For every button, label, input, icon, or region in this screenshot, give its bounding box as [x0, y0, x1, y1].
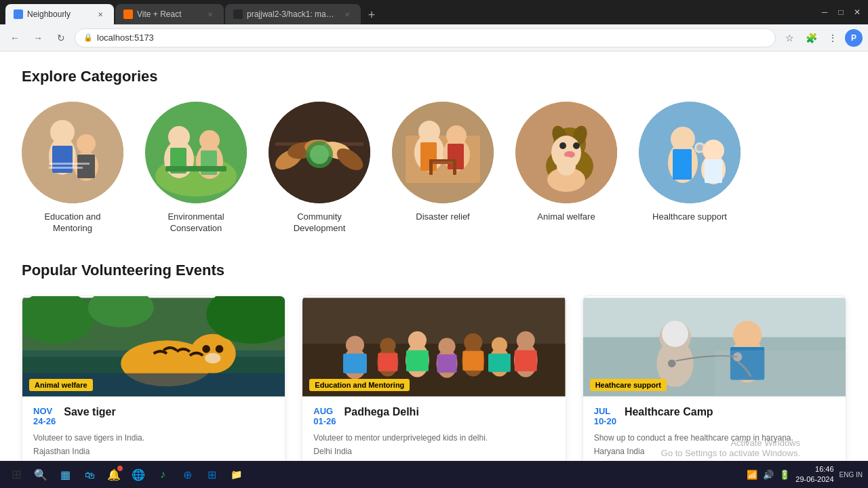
svg-rect-53	[673, 149, 692, 180]
address-url: localhost:5173	[97, 33, 154, 43]
event-date-title-education: AUG 01-26 Padhega Delhi	[313, 406, 554, 426]
toolbar-actions: ☆ 🧩 ⋮ P	[780, 28, 863, 47]
taskbar-volume-icon[interactable]: 🔊	[763, 470, 774, 480]
event-image-healthcare-camp: Heathcare support	[583, 296, 846, 398]
svg-rect-89	[406, 350, 429, 371]
category-image-disaster	[392, 102, 494, 203]
browser-toolbar: ← → ↻ 🔒 localhost:5173 ☆ 🧩 ⋮ P	[0, 24, 868, 52]
category-community[interactable]: Community Development	[269, 102, 370, 235]
category-image-animal	[515, 102, 617, 203]
taskbar: ⊞ 🔍 ▦ 🛍 🔔 🌐 ♪ ⊕ ⊞ 📁 📶 🔊 🔋 16:46 29-06-20…	[0, 461, 868, 488]
svg-point-49	[557, 157, 576, 176]
taskbar-battery-icon[interactable]: 🔋	[779, 470, 790, 480]
tab-close-neighbourly[interactable]: ✕	[95, 9, 106, 20]
svg-point-46	[573, 142, 580, 149]
tab-neighbourly[interactable]: Neighbourly ✕	[5, 4, 114, 24]
svg-rect-87	[343, 353, 367, 373]
category-healthcare[interactable]: Healthcare support	[639, 102, 741, 235]
tab-favicon-neighbourly	[14, 9, 23, 19]
event-description-education: Voluteer to mentor underpriveleged kids …	[313, 432, 554, 444]
new-tab-button[interactable]: +	[362, 5, 381, 24]
svg-point-98	[662, 321, 688, 347]
tab-label-vite: Vite + React	[137, 9, 201, 19]
taskbar-vscode-button[interactable]: ⊞	[201, 464, 222, 485]
svg-point-45	[559, 142, 566, 149]
svg-rect-92	[488, 353, 511, 371]
bookmark-button[interactable]: ☆	[780, 28, 799, 47]
svg-point-100	[732, 321, 762, 350]
svg-rect-58	[705, 159, 722, 183]
svg-point-76	[380, 338, 396, 353]
minimize-button[interactable]: ─	[819, 7, 830, 18]
event-month-education: AUG	[313, 406, 336, 416]
category-label-community: Community Development	[272, 211, 367, 235]
svg-rect-17	[165, 166, 226, 171]
event-card-padhega-delhi[interactable]: Education and Mentoring AUG 01-26 Padheg…	[302, 296, 566, 468]
event-image-tiger: Animal welfare	[22, 296, 285, 398]
categories-grid: Education and Mentoring Environmental Co…	[22, 102, 846, 235]
tab-github[interactable]: prajjwal2-3/hack1: maksad has... ✕	[225, 4, 361, 24]
tab-label-neighbourly: Neighbourly	[27, 9, 91, 19]
browser-chrome: Neighbourly ✕ Vite + React ✕ prajjwal2-3…	[0, 0, 868, 52]
svg-point-64	[202, 345, 210, 353]
reload-button[interactable]: ↻	[52, 28, 71, 47]
category-label-education: Education and Mentoring	[25, 211, 120, 235]
svg-point-33	[446, 125, 467, 146]
svg-point-86	[517, 331, 535, 350]
tab-close-vite[interactable]: ✕	[205, 9, 216, 20]
category-education[interactable]: Education and Mentoring	[22, 102, 123, 235]
event-badge-tiger: Animal welfare	[29, 379, 93, 391]
maximize-button[interactable]: □	[835, 7, 846, 18]
back-button[interactable]: ←	[5, 28, 24, 47]
category-image-environment	[145, 102, 247, 203]
tab-close-github[interactable]: ✕	[342, 9, 353, 20]
svg-point-57	[703, 140, 724, 161]
category-image-community	[269, 102, 370, 203]
taskbar-language[interactable]: ENG IN	[840, 471, 863, 479]
tab-vite[interactable]: Vite + React ✕	[115, 4, 224, 24]
taskbar-notification-button[interactable]: 🔔	[103, 464, 125, 485]
svg-point-80	[439, 338, 456, 354]
svg-rect-104	[714, 350, 846, 396]
taskbar-explorer-button[interactable]: 📁	[225, 464, 247, 485]
svg-rect-6	[77, 155, 95, 178]
svg-rect-8	[49, 167, 83, 169]
svg-point-15	[199, 130, 220, 150]
tab-favicon-github	[233, 9, 243, 19]
taskbar-store-button[interactable]: 🛍	[79, 464, 100, 485]
event-date-tiger: NOV 24-26	[33, 406, 56, 426]
category-disaster[interactable]: Disaster relief	[392, 102, 494, 235]
taskbar-chrome-button[interactable]: 🌐	[127, 464, 149, 485]
taskbar-clock[interactable]: 16:46 29-06-2024	[795, 464, 833, 485]
svg-point-103	[668, 359, 676, 367]
event-card-healthcare-camp[interactable]: Heathcare support JUL 10-20 Healthcare C…	[583, 296, 846, 468]
event-date-title-healthcare: JUL 10-20 Healthcare Camp	[594, 406, 835, 426]
category-environment[interactable]: Environmental Conservation	[145, 102, 247, 235]
svg-point-55	[696, 144, 703, 151]
event-body-tiger: NOV 24-26 Save tiger Voluteer to save ti…	[22, 398, 285, 467]
forward-button[interactable]: →	[28, 28, 47, 47]
taskbar-start-button[interactable]: ⊞	[5, 464, 27, 485]
close-button[interactable]: ✕	[852, 7, 863, 18]
extensions-button[interactable]: 🧩	[802, 28, 821, 47]
category-animal[interactable]: Animal welfare	[515, 102, 617, 235]
profile-button[interactable]: P	[845, 29, 863, 47]
browser-menu-button[interactable]: ⋮	[823, 28, 842, 47]
category-label-environment: Environmental Conservation	[149, 211, 243, 235]
taskbar-network-icon[interactable]: 📶	[747, 470, 757, 480]
taskbar-spotify-button[interactable]: ♪	[152, 464, 174, 485]
event-image-education: Education and Mentoring	[302, 296, 565, 398]
event-title-healthcare: Healthcare Camp	[625, 406, 713, 418]
svg-point-84	[492, 337, 507, 352]
taskbar-widgets-button[interactable]: ▦	[54, 464, 76, 485]
taskbar-date: 29-06-2024	[795, 474, 833, 485]
event-card-save-tiger[interactable]: Animal welfare NOV 24-26 Save tiger Volu…	[22, 296, 285, 468]
taskbar-search-button[interactable]: 🔍	[30, 464, 52, 485]
svg-point-52	[671, 127, 695, 151]
category-image-healthcare	[639, 102, 741, 203]
category-label-animal: Animal welfare	[537, 211, 595, 223]
taskbar-edge-button[interactable]: ⊕	[176, 464, 198, 485]
svg-rect-7	[49, 163, 90, 165]
svg-rect-31	[420, 142, 437, 171]
address-bar[interactable]: 🔒 localhost:5173	[75, 28, 776, 47]
